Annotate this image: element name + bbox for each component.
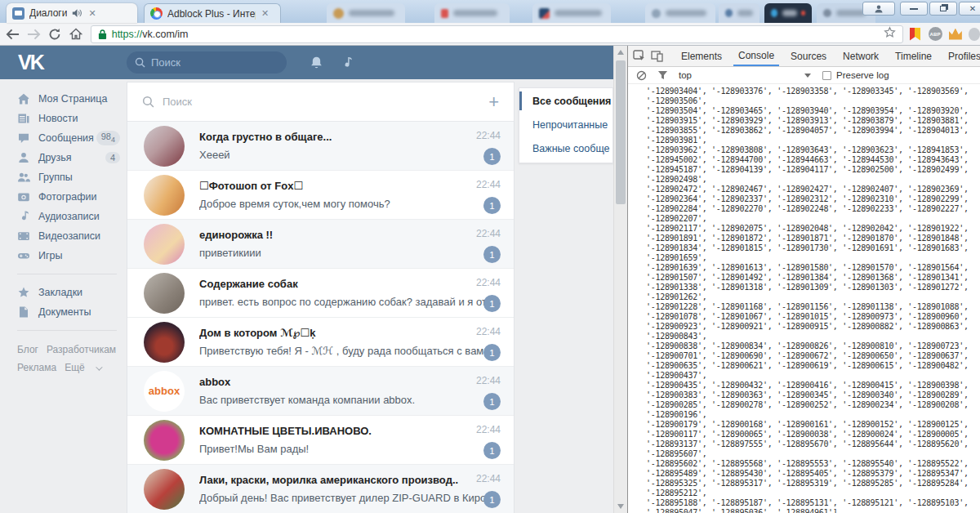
preserve-log-checkbox[interactable] (822, 71, 831, 80)
tab-dialogs[interactable]: Диалоги ✕ (7, 3, 137, 23)
blurred-tab[interactable] (327, 3, 405, 23)
dialog-row[interactable]: КОМНАТНЫЕ ЦВЕТЫ.ИВАНОВО.Привет!Мы Вам ра… (127, 416, 514, 465)
home-button[interactable] (68, 25, 84, 43)
avatar (144, 175, 185, 216)
context-dropdown-caret[interactable] (804, 74, 811, 78)
clear-console-icon[interactable] (633, 67, 649, 83)
dialog-row[interactable]: единорожка !!приветикиии22:441 (127, 220, 514, 269)
footer-link[interactable]: Реклама (17, 362, 56, 373)
devtools-tab-elements[interactable]: Elements (676, 46, 727, 66)
cutoff-extension-icon[interactable] (969, 28, 980, 41)
unread-badge: 1 (483, 295, 501, 312)
tab-close-icon[interactable]: ✕ (88, 9, 96, 18)
console-line: '-128902472', '-128902467', '-128902427'… (646, 185, 980, 194)
page-scrollbar[interactable] (613, 46, 627, 513)
scroll-down-arrow[interactable] (617, 504, 624, 509)
vk-logo[interactable]: VK (18, 51, 43, 74)
crown-extension-icon[interactable] (947, 25, 964, 43)
dialog-row[interactable]: Лаки, краски, морилка американского прои… (127, 465, 514, 513)
sidebar-item-groups[interactable]: Группы (17, 167, 127, 187)
dialogs-search-bar[interactable]: Поиск + (127, 83, 514, 122)
devtools-tab-console[interactable]: Console (733, 46, 779, 66)
scroll-up-arrow[interactable] (617, 50, 624, 55)
sidebar-item-label: Новости (38, 113, 78, 124)
blurred-tab[interactable] (645, 3, 715, 23)
tab-adblock[interactable]: Adblock Plus - Интернет ✕ (144, 3, 281, 23)
console-line: '-128895325', '-128895317', '-128895319'… (646, 479, 980, 488)
footer-link[interactable]: Разработчикам (47, 344, 116, 355)
maximize-button[interactable] (929, 2, 957, 16)
devtools-tab-profiles[interactable]: Profiles (943, 46, 980, 66)
friends-icon (17, 151, 30, 164)
sidebar-item-bookmarks[interactable]: Закладки (17, 283, 127, 302)
dialog-time: 22:44 (476, 179, 501, 190)
footer-link[interactable]: Блог (17, 344, 38, 355)
counter-badge: 984 (96, 131, 120, 145)
blurred-tab[interactable] (532, 3, 611, 23)
address-bar[interactable]: https://vk.com/im (91, 25, 903, 43)
devtools-tab-timeline[interactable]: Timeline (890, 46, 937, 66)
reload-button[interactable] (47, 25, 63, 43)
sidebar-item-audio[interactable]: Аудиозаписи (17, 207, 127, 226)
dialog-row[interactable]: ☐Фотошоп от Fox☐Доброе время суток,чем м… (127, 171, 514, 220)
dialog-title: ☐Фотошоп от Fox☐ (199, 180, 499, 192)
console-line: '-128900838', '-128900834', '-128900826'… (646, 341, 980, 351)
close-window-button[interactable]: ✕ (959, 2, 980, 16)
device-toolbar-icon[interactable] (651, 48, 663, 65)
sidebar-item-home[interactable]: Моя Страница (17, 89, 127, 109)
music-note-icon[interactable] (336, 53, 356, 73)
dialog-time: 22:44 (476, 228, 501, 239)
dialog-row[interactable]: abboxabboxВас приветствует команда компа… (127, 367, 514, 416)
secure-lock-icon[interactable] (98, 29, 107, 40)
inspect-element-icon[interactable] (633, 48, 646, 65)
dialog-row[interactable]: Содержание собакпривет. есть вопрос по с… (127, 269, 514, 318)
sidebar-item-friends[interactable]: Друзья4 (17, 148, 127, 167)
tab-audio-icon[interactable] (72, 8, 82, 18)
console-line: '-128900923', '-128900921', '-128900915'… (646, 322, 980, 332)
dialog-time: 22:44 (476, 326, 501, 337)
sidebar-item-news[interactable]: Новости (17, 109, 127, 128)
sidebar-item-label: Видеозаписи (38, 230, 100, 242)
dialogs-search-placeholder: Поиск (163, 96, 192, 108)
footer-link[interactable]: Ещё (65, 362, 85, 373)
vk-page: VK Поиск Моя СтраницаНовостиСообщени (0, 46, 627, 513)
back-button[interactable] (5, 25, 21, 43)
new-message-button[interactable]: + (488, 94, 499, 110)
filter-option[interactable]: Непрочитанные (519, 114, 612, 136)
dialog-time: 22:44 (476, 473, 501, 484)
devtools-tab-network[interactable]: Network (838, 46, 884, 66)
dialog-row[interactable]: Когда грустно в общаге...Хееей22:441 (127, 122, 514, 171)
sidebar-item-games[interactable]: Игры (17, 246, 127, 265)
adblock-plus-extension-icon[interactable]: ABP (927, 25, 943, 43)
console-line: '-128900117', '-128900065', '-128900038'… (646, 430, 980, 439)
dialog-time: 22:44 (476, 375, 501, 386)
unread-badge: 1 (483, 197, 501, 214)
console-line: '-128901338', '-128901318', '-128901309'… (646, 283, 980, 292)
avatar (144, 273, 185, 314)
console-output[interactable]: '-128903404', '-128903376', '-128903358'… (628, 85, 980, 513)
sidebar-item-messages[interactable]: Сообщения984 (17, 128, 127, 148)
execution-context-selector[interactable]: top (679, 70, 692, 80)
blurred-tab[interactable] (434, 3, 510, 23)
filter-option[interactable]: Все сообщения (519, 90, 612, 112)
sidebar-item-photos[interactable]: Фотографии (17, 187, 127, 207)
tab-close-icon[interactable]: ✕ (261, 9, 269, 18)
devtools-tab-sources[interactable]: Sources (786, 46, 831, 66)
notifications-bell-icon[interactable] (306, 53, 326, 73)
bookmark-star-icon[interactable] (884, 26, 896, 42)
dialog-row[interactable]: Дом в котором ℳ℘☐ķПриветствую тебя! Я - … (127, 318, 514, 367)
blurred-tab[interactable] (719, 3, 760, 23)
console-line: '-128900179', '-128900168', '-128900161'… (646, 420, 980, 430)
bookmarks-flag-extension-icon[interactable] (907, 25, 924, 43)
profile-button[interactable] (862, 2, 895, 16)
sidebar-item-documents[interactable]: Документы (17, 302, 127, 322)
filter-option[interactable]: Важные сообще (519, 137, 612, 159)
vk-global-search[interactable]: Поиск (127, 51, 287, 74)
sidebar-item-video[interactable]: Видеозаписи (17, 226, 127, 246)
blurred-tab-dark[interactable] (764, 3, 812, 23)
dialog-time: 22:44 (476, 130, 501, 141)
forward-button[interactable] (26, 25, 42, 43)
minimize-button[interactable] (900, 2, 928, 16)
filter-funnel-icon[interactable] (654, 67, 670, 83)
scrollbar-thumb[interactable] (616, 60, 626, 204)
